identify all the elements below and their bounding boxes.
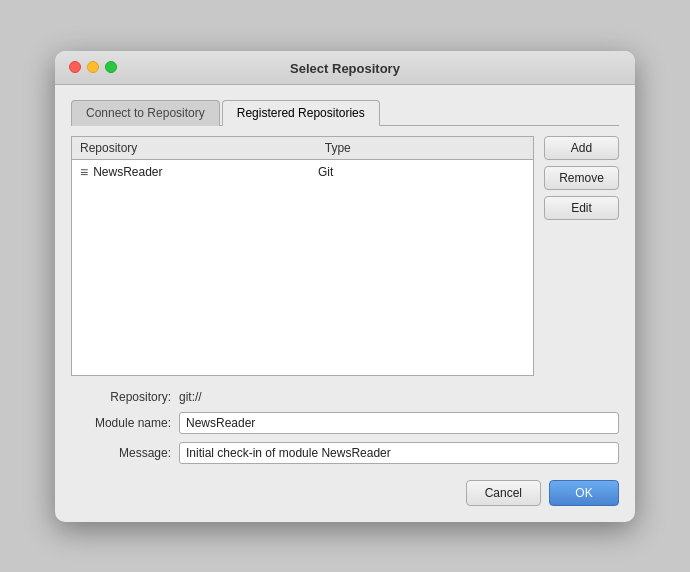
tab-connect[interactable]: Connect to Repository: [71, 100, 220, 126]
traffic-lights: [69, 61, 117, 73]
repository-label: Repository:: [71, 390, 171, 404]
cancel-button[interactable]: Cancel: [466, 480, 541, 506]
message-row: Message:: [71, 442, 619, 464]
content-area: Repository Type ≡ NewsReader Git Add Rem…: [71, 126, 619, 376]
tab-bar: Connect to Repository Registered Reposit…: [71, 99, 619, 126]
title-bar: Select Repository: [55, 51, 635, 85]
module-name-label: Module name:: [71, 416, 171, 430]
minimize-button[interactable]: [87, 61, 99, 73]
repository-row: Repository: git://: [71, 390, 619, 404]
module-name-input[interactable]: [179, 412, 619, 434]
repository-icon: ≡: [80, 164, 88, 180]
message-label: Message:: [71, 446, 171, 460]
repository-value: git://: [179, 390, 202, 404]
remove-button[interactable]: Remove: [544, 166, 619, 190]
dialog-window: Select Repository Connect to Repository …: [55, 51, 635, 522]
message-input[interactable]: [179, 442, 619, 464]
repository-table: Repository Type ≡ NewsReader Git: [71, 136, 534, 376]
ok-button[interactable]: OK: [549, 480, 619, 506]
bottom-buttons: Cancel OK: [71, 480, 619, 506]
add-button[interactable]: Add: [544, 136, 619, 160]
column-header-type: Type: [325, 141, 525, 155]
table-header: Repository Type: [72, 137, 533, 160]
maximize-button[interactable]: [105, 61, 117, 73]
repository-name: NewsReader: [93, 165, 318, 179]
close-button[interactable]: [69, 61, 81, 73]
module-name-row: Module name:: [71, 412, 619, 434]
table-row[interactable]: ≡ NewsReader Git: [72, 160, 533, 184]
dialog-body: Connect to Repository Registered Reposit…: [55, 85, 635, 522]
form-section: Repository: git:// Module name: Message:: [71, 390, 619, 464]
repository-type: Git: [318, 165, 518, 179]
tab-registered[interactable]: Registered Repositories: [222, 100, 380, 126]
window-title: Select Repository: [290, 61, 400, 76]
column-header-repository: Repository: [80, 141, 325, 155]
action-buttons: Add Remove Edit: [544, 136, 619, 376]
edit-button[interactable]: Edit: [544, 196, 619, 220]
